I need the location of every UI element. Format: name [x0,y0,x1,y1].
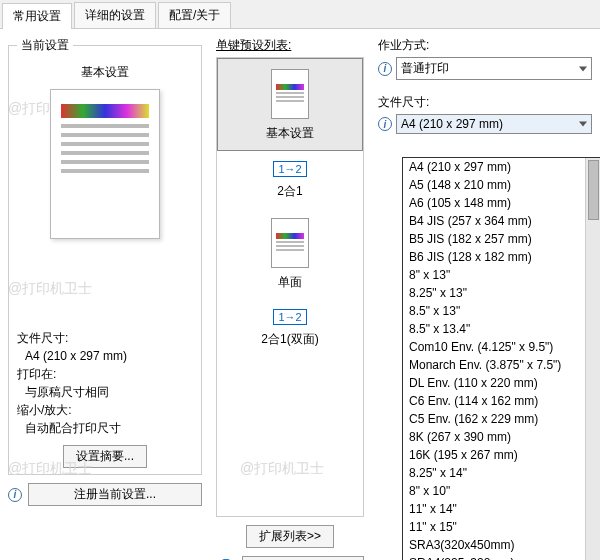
size-option[interactable]: B5 JIS (182 x 257 mm) [403,230,600,248]
size-option[interactable]: Com10 Env. (4.125" x 9.5") [403,338,600,356]
preset-item-2in1-duplex[interactable]: 1→2 2合1(双面) [217,299,363,356]
size-option[interactable]: A5 (148 x 210 mm) [403,176,600,194]
size-option[interactable]: 11" x 14" [403,500,600,518]
preview-title: 基本设置 [17,64,193,81]
size-option[interactable]: C6 Env. (114 x 162 mm) [403,392,600,410]
size-option[interactable]: 8" x 10" [403,482,600,500]
filesize-select[interactable]: A4 (210 x 297 mm) [396,114,592,134]
size-option[interactable]: SRA4(225x320mm) [403,554,600,560]
size-option[interactable]: B4 JIS (257 x 364 mm) [403,212,600,230]
size-option[interactable]: 11" x 15" [403,518,600,536]
size-option[interactable]: Monarch Env. (3.875" x 7.5") [403,356,600,374]
size-option[interactable]: A6 (105 x 148 mm) [403,194,600,212]
tab-detail[interactable]: 详细的设置 [74,2,156,28]
panel-options: 作业方式: i 普通打印 文件尺寸: i A4 (210 x 297 mm) A… [370,29,600,560]
size-option[interactable]: 8.5" x 13" [403,302,600,320]
size-option[interactable]: SRA3(320x450mm) [403,536,600,554]
page-preview [50,89,160,239]
size-option[interactable]: 8" x 13" [403,266,600,284]
jobtype-select[interactable]: 普通打印 [396,57,592,80]
size-option[interactable]: 8.25" x 14" [403,464,600,482]
filesize-dropdown[interactable]: A4 (210 x 297 mm)A5 (148 x 210 mm)A6 (10… [402,157,600,560]
preset-list[interactable]: 基本设置 1→2 2合1 单面 1→2 2合1(双面) [216,57,364,517]
jobtype-label: 作业方式: [378,37,592,54]
tab-common[interactable]: 常用设置 [2,3,72,29]
settings-info: 文件尺寸: A4 (210 x 297 mm) 打印在: 与原稿尺寸相同 缩小/… [17,329,193,437]
scrollbar[interactable] [585,158,600,560]
info-icon[interactable]: i [378,117,392,131]
size-option[interactable]: 16K (195 x 267 mm) [403,446,600,464]
badge-1to2-icon: 1→2 [273,161,306,177]
expand-list-button[interactable]: 扩展列表>> [246,525,334,548]
panel-current-settings: 当前设置 基本设置 文件尺寸: A4 (210 x 297 mm) 打印在: 与… [0,29,210,560]
size-option[interactable]: DL Env. (110 x 220 mm) [403,374,600,392]
size-option[interactable]: 8.5" x 13.4" [403,320,600,338]
badge-1to2-icon: 1→2 [273,309,306,325]
manage-button[interactable]: 管理... [242,556,364,560]
size-option[interactable]: A4 (210 x 297 mm) [403,158,600,176]
size-option[interactable]: C5 Env. (162 x 229 mm) [403,410,600,428]
current-settings-legend: 当前设置 [17,37,73,54]
filesize-label: 文件尺寸: [378,94,592,111]
size-option[interactable]: B6 JIS (128 x 182 mm) [403,248,600,266]
preset-list-label: 单键预设列表: [216,38,291,52]
size-option[interactable]: 8.25" x 13" [403,284,600,302]
size-option[interactable]: 8K (267 x 390 mm) [403,428,600,446]
info-icon[interactable]: i [8,488,22,502]
register-settings-button[interactable]: 注册当前设置... [28,483,202,506]
preset-item-basic[interactable]: 基本设置 [217,58,363,151]
tab-about[interactable]: 配置/关于 [158,2,231,28]
summary-button[interactable]: 设置摘要... [63,445,147,468]
tab-bar: 常用设置 详细的设置 配置/关于 [0,0,600,29]
info-icon[interactable]: i [378,62,392,76]
panel-presets: 单键预设列表: 基本设置 1→2 2合1 单面 1→2 2合1(双面) 扩展列表… [210,29,370,560]
preset-item-single[interactable]: 单面 [217,208,363,299]
preset-item-2in1[interactable]: 1→2 2合1 [217,151,363,208]
